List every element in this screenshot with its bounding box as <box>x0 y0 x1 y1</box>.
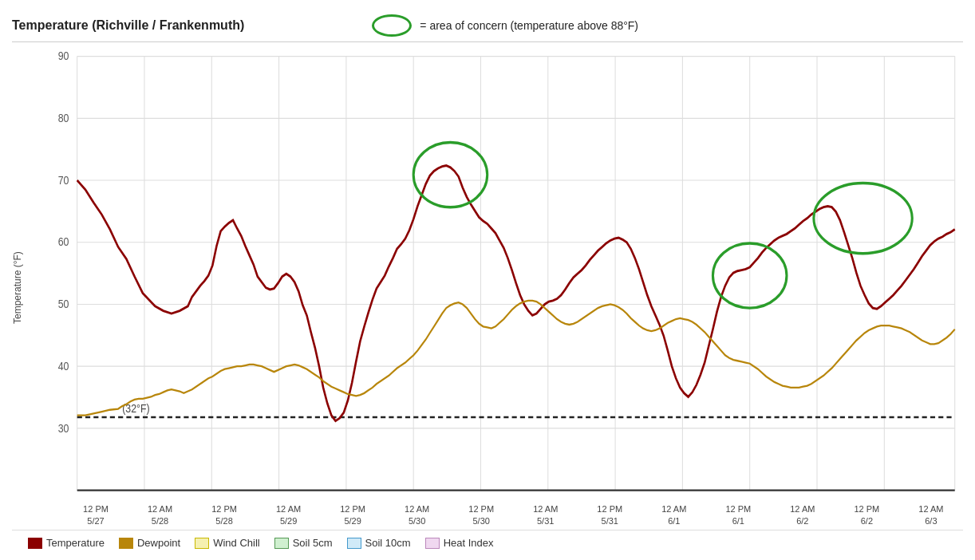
legend-item-heatindex: Heat Index <box>425 537 494 549</box>
dewpoint-swatch <box>119 538 133 549</box>
legend-item-dewpoint: Dewpoint <box>119 537 180 549</box>
svg-text:80: 80 <box>58 112 69 124</box>
svg-text:30: 30 <box>58 422 69 435</box>
temperature-swatch <box>28 538 42 549</box>
soil5cm-swatch <box>274 538 289 549</box>
svg-text:70: 70 <box>58 174 69 187</box>
soil10cm-label: Soil 10cm <box>365 537 411 549</box>
windchill-swatch <box>195 538 209 549</box>
x-label-11: 12 AM 6/2 <box>779 503 827 526</box>
heatindex-label: Heat Index <box>444 537 494 549</box>
concern-oval-3 <box>814 183 912 254</box>
x-axis-labels: 12 PM 5/27 12 AM 5/28 12 PM 5/28 12 AM 5… <box>28 500 963 528</box>
svg-text:90: 90 <box>58 50 69 63</box>
concern-oval-icon <box>372 14 412 37</box>
svg-text:50: 50 <box>58 298 69 310</box>
x-label-7: 12 AM 5/31 <box>522 503 570 526</box>
concern-oval-1 <box>413 142 488 207</box>
x-label-2: 12 PM 5/28 <box>200 503 248 526</box>
legend-item-soil10cm: Soil 10cm <box>347 537 411 549</box>
temperature-label: Temperature <box>46 537 105 549</box>
legend-item-temperature: Temperature <box>28 537 105 549</box>
bottom-legend: Temperature Dewpoint Wind Chill Soil 5cm… <box>12 530 963 552</box>
y-axis-label: Temperature (°F) <box>12 47 26 528</box>
x-label-3: 12 AM 5/29 <box>265 503 313 526</box>
dewpoint-label: Dewpoint <box>137 537 180 549</box>
windchill-label: Wind Chill <box>213 537 260 549</box>
area-of-concern-legend: = area of concern (temperature above 88°… <box>372 14 638 37</box>
legend-item-soil5cm: Soil 5cm <box>274 537 333 549</box>
chart-wrapper: 90 80 70 60 50 40 30 <box>28 47 963 528</box>
main-container: Temperature (Richville / Frankenmuth) = … <box>0 0 975 560</box>
main-chart-svg: 90 80 70 60 50 40 30 <box>28 47 963 500</box>
x-label-10: 12 PM 6/1 <box>714 503 762 526</box>
x-label-6: 12 PM 5/30 <box>457 503 505 526</box>
svg-text:40: 40 <box>58 360 69 373</box>
x-label-13: 12 AM 6/3 <box>907 503 955 526</box>
x-label-8: 12 PM 5/31 <box>586 503 634 526</box>
x-label-9: 12 AM 6/1 <box>650 503 698 526</box>
dewpoint-line <box>77 301 955 416</box>
x-label-1: 12 AM 5/28 <box>136 503 184 526</box>
chart-title: Temperature (Richville / Frankenmuth) <box>12 18 244 33</box>
concern-label: = area of concern (temperature above 88°… <box>420 19 638 32</box>
x-label-12: 12 PM 6/2 <box>843 503 890 526</box>
svg-text:60: 60 <box>58 236 69 249</box>
x-label-0: 12 PM 5/27 <box>72 503 120 526</box>
chart-area: Temperature (°F) 90 80 70 60 <box>12 47 963 528</box>
legend-item-windchill: Wind Chill <box>195 537 260 549</box>
heatindex-swatch <box>425 538 440 549</box>
x-label-4: 12 PM 5/29 <box>329 503 377 526</box>
temperature-line <box>77 165 955 420</box>
soil5cm-label: Soil 5cm <box>293 537 333 549</box>
x-label-5: 12 AM 5/30 <box>393 503 441 526</box>
chart-header: Temperature (Richville / Frankenmuth) = … <box>12 8 963 42</box>
soil10cm-swatch <box>347 538 361 549</box>
